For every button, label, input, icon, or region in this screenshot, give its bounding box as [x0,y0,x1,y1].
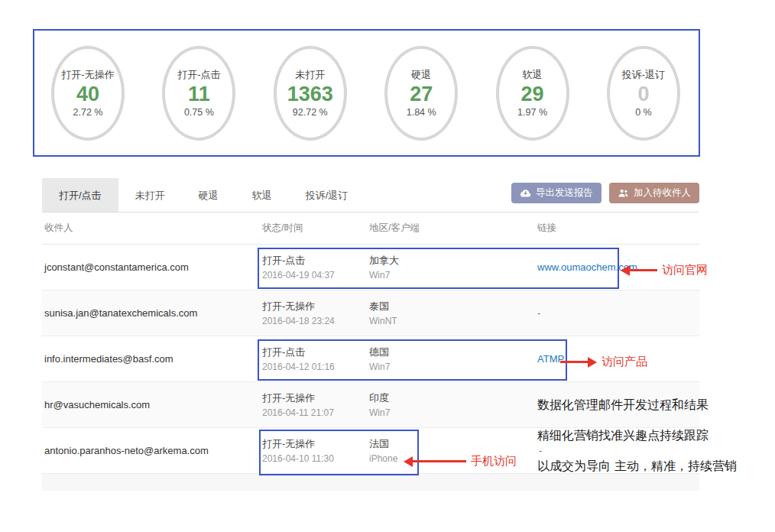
stat-percent: 92.72 % [293,107,328,118]
status-time-cell: 打开-点击 2016-04-19 04:37 [260,245,367,290]
stat-card-soft-bounce: 软退 29 1.97 % [496,46,569,141]
stats-summary-box: 打开-无操作 40 2.72 % 打开-点击 11 0.75 % 未打开 136… [33,29,700,157]
tab-hard-bounce[interactable]: 硬退 [182,178,235,212]
region-text: 泰国 [369,300,535,313]
report-table-section: 打开/点击 未打开 硬退 软退 投诉/退订 导出发送报告 [42,178,699,491]
status-time-cell: 打开-无操作 2016-04-11 21:07 [260,382,367,427]
link-cell: www.oumaochem.com [535,245,699,290]
status-timestamp: 2016-04-12 01:16 [262,362,367,372]
tabbar-actions: 导出发送报告 加入待收件人 [511,178,699,212]
recipient-email: antonio.paranhos-neto@arkema.com [42,428,260,473]
stat-label: 打开-无操作 [61,68,114,82]
status-timestamp: 2016-04-19 04:37 [262,270,367,281]
status-time-cell: 打开-无操作 2016-04-18 23:24 [260,290,367,336]
region-text: 印度 [369,391,535,405]
recipient-email: sunisa.jan@tanatexchemicals.com [42,290,260,336]
region-text: 德国 [369,345,535,359]
table-row: info.intermediates@basf.com 打开-点击 2016-0… [42,336,699,382]
region-client-cell: 泰国 WinNT [367,290,535,336]
stat-percent: 0 % [635,107,652,118]
status-time-cell: 打开-点击 2016-04-12 01:16 [260,336,367,381]
region-client-cell: 德国 Win7 [367,336,535,381]
region-text: 法国 [369,437,535,451]
client-text: Win7 [369,270,535,281]
stat-value: 1363 [287,83,333,106]
region-client-cell: 印度 Win7 [367,382,535,427]
stat-value: 40 [76,83,99,106]
stat-label: 投诉-退订 [622,68,665,82]
status-text: 打开-无操作 [262,437,367,451]
table-header-row: 收件人 状态/时间 地区/客户端 链接 [42,212,699,245]
stat-label: 软退 [523,68,543,82]
black-annotation-line3: 以成交为导向 主动，精准，持续营销 [537,459,737,473]
region-client-cell: 法国 iPhone [367,428,535,473]
clicked-link-product[interactable]: ATMP [537,353,564,365]
client-text: WinNT [369,316,535,326]
status-time-cell: 打开-无操作 2016-04-10 11:30 [260,428,367,473]
stat-value: 11 [188,83,210,106]
link-cell: ATMP [535,336,699,381]
table-row: hr@vasuchemicals.com 打开-无操作 2016-04-11 2… [42,382,699,428]
stat-value: 29 [521,83,544,106]
recipient-email: jconstant@constantamerica.com [42,245,260,290]
region-client-cell: 加拿大 Win7 [367,245,535,290]
email-report-dashboard: 打开-无操作 40 2.72 % 打开-点击 11 0.75 % 未打开 136… [0,0,775,532]
client-text: iPhone [369,453,535,464]
table-row: antonio.paranhos-neto@arkema.com 打开-无操作 … [42,428,699,474]
report-tabbar: 打开/点击 未打开 硬退 软退 投诉/退订 导出发送报告 [42,178,699,212]
stat-value: 27 [410,83,433,106]
tab-open-click[interactable]: 打开/点击 [42,178,118,212]
stat-percent: 1.84 % [407,107,436,118]
stat-percent: 2.72 % [73,107,103,118]
add-recipients-label: 加入待收件人 [634,187,691,200]
tab-soft-bounce[interactable]: 软退 [235,178,289,212]
stat-card-open-no-action: 打开-无操作 40 2.72 % [51,46,125,141]
users-icon [618,188,629,198]
client-text: Win7 [369,407,535,418]
stat-label: 打开-点击 [177,68,220,82]
stat-card-open-click: 打开-点击 11 0.75 % [162,46,235,141]
status-text: 打开-点击 [262,254,367,268]
status-timestamp: 2016-04-11 21:07 [262,407,367,418]
clicked-link-official-site[interactable]: www.oumaochem.com [537,261,637,273]
column-header-status-time: 状态/时间 [260,222,367,235]
link-cell: 精细化营销找准兴趣点持续跟踪 - 以成交为导向 主动，精准，持续营销 [535,428,737,473]
link-cell: 数据化管理邮件开发过程和结果 [535,382,709,427]
stat-percent: 0.75 % [184,107,214,118]
table-row: jconstant@constantamerica.com 打开-点击 2016… [42,245,699,290]
no-link-dash: - [539,446,737,456]
column-header-link: 链接 [535,222,699,235]
stat-card-complaint-unsubscribe: 投诉-退订 0 0 % [607,46,680,141]
stat-value: 0 [637,83,649,106]
partial-next-row [42,474,699,491]
column-header-region-client: 地区/客户端 [367,222,535,235]
column-header-recipient: 收件人 [42,222,260,235]
export-report-button[interactable]: 导出发送报告 [511,183,602,203]
recipient-email: info.intermediates@basf.com [42,336,260,381]
black-annotation-line2: 精细化营销找准兴趣点持续跟踪 [537,428,737,443]
recipient-email: hr@vasuchemicals.com [42,382,260,427]
tab-complaint-unsubscribe[interactable]: 投诉/退订 [289,178,365,212]
stat-label: 未打开 [295,68,325,82]
no-link-dash: - [537,308,540,319]
status-text: 打开-点击 [262,345,367,359]
status-text: 打开-无操作 [262,391,367,405]
stat-percent: 1.97 % [517,107,547,118]
stat-card-hard-bounce: 硬退 27 1.84 % [384,46,458,141]
status-timestamp: 2016-04-10 11:30 [262,453,367,464]
table-row: sunisa.jan@tanatexchemicals.com 打开-无操作 2… [42,290,699,336]
export-report-label: 导出发送报告 [536,187,593,200]
link-cell: - [535,290,699,336]
cloud-download-icon [520,188,531,198]
status-timestamp: 2016-04-18 23:24 [262,316,367,326]
add-recipients-button[interactable]: 加入待收件人 [609,183,699,203]
region-text: 加拿大 [369,254,535,268]
stat-card-not-opened: 未打开 1363 92.72 % [274,46,347,141]
tab-not-opened[interactable]: 未打开 [118,178,182,212]
client-text: Win7 [369,362,535,372]
black-annotation-line1: 数据化管理邮件开发过程和结果 [537,397,709,412]
stat-label: 硬退 [411,68,431,82]
status-text: 打开-无操作 [262,300,367,313]
